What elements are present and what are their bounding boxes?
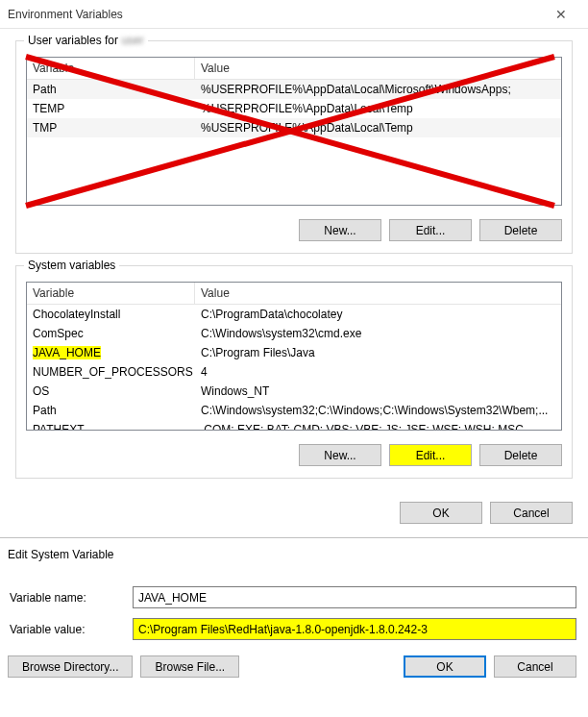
cell-variable: JAVA_HOME	[27, 343, 195, 362]
user-variables-table[interactable]: Variable Value Path%USERPROFILE%\AppData…	[26, 57, 562, 206]
sys-col-variable[interactable]: Variable	[27, 283, 195, 304]
user-legend-name: user	[121, 34, 143, 47]
table-row[interactable]: PATHEXT.COM;.EXE;.BAT;.CMD;.VBS;.VBE;.JS…	[27, 420, 561, 430]
table-row[interactable]: OSWindows_NT	[27, 382, 561, 401]
cell-value: %USERPROFILE%\AppData\Local\Temp	[195, 99, 561, 118]
system-variables-table[interactable]: Variable Value ChocolateyInstallC:\Progr…	[26, 282, 562, 431]
edit-cancel-button[interactable]: Cancel	[494, 655, 576, 678]
variable-name-label: Variable name:	[8, 591, 133, 605]
system-variables-group: System variables Variable Value Chocolat…	[15, 265, 573, 479]
cell-variable: TMP	[27, 118, 195, 137]
cell-value: %USERPROFILE%\AppData\Local\Microsoft\Wi…	[195, 80, 561, 99]
table-row[interactable]: TEMP%USERPROFILE%\AppData\Local\Temp	[27, 99, 561, 118]
close-icon[interactable]: ✕	[542, 7, 580, 22]
cell-value: %USERPROFILE%\AppData\Local\Temp	[195, 118, 561, 137]
cell-variable: Path	[27, 80, 195, 99]
table-row[interactable]: JAVA_HOMEC:\Program Files\Java	[27, 343, 561, 362]
edit-system-variable-dialog: Edit System Variable Variable name: Vari…	[0, 538, 588, 685]
table-row[interactable]: ChocolateyInstallC:\ProgramData\chocolat…	[27, 305, 561, 324]
edit-dialog-title: Edit System Variable	[8, 548, 580, 561]
cell-variable: ChocolateyInstall	[27, 305, 195, 324]
table-row[interactable]: NUMBER_OF_PROCESSORS4	[27, 362, 561, 382]
cell-variable: Path	[27, 401, 195, 420]
user-new-button[interactable]: New...	[299, 219, 381, 241]
browse-file-button[interactable]: Browse File...	[140, 655, 239, 678]
table-row[interactable]: TMP%USERPROFILE%\AppData\Local\Temp	[27, 118, 561, 137]
browse-directory-button[interactable]: Browse Directory...	[8, 655, 133, 678]
cell-value: C:\ProgramData\chocolatey	[195, 305, 561, 324]
sys-col-value[interactable]: Value	[195, 283, 561, 304]
sys-delete-button[interactable]: Delete	[479, 444, 562, 466]
window-title: Environment Variables	[8, 8, 542, 21]
variable-name-input[interactable]	[133, 586, 576, 608]
user-edit-button[interactable]: Edit...	[389, 219, 472, 241]
cell-variable: NUMBER_OF_PROCESSORS	[27, 362, 195, 382]
cell-value: .COM;.EXE;.BAT;.CMD;.VBS;.VBE;.JS;.JSE;.…	[195, 420, 561, 430]
user-variables-legend: User variables for user	[24, 34, 148, 47]
variable-value-label: Variable value:	[8, 623, 133, 636]
cell-variable: ComSpec	[27, 324, 195, 343]
edit-ok-button[interactable]: OK	[404, 655, 486, 678]
user-legend-prefix: User variables for	[28, 34, 121, 47]
main-ok-button[interactable]: OK	[400, 502, 482, 524]
cell-value: C:\Program Files\Java	[195, 343, 561, 362]
titlebar: Environment Variables ✕	[0, 0, 588, 29]
sys-new-button[interactable]: New...	[299, 444, 381, 466]
table-row[interactable]: Path%USERPROFILE%\AppData\Local\Microsof…	[27, 80, 561, 99]
cell-variable: OS	[27, 382, 195, 401]
cell-variable: TEMP	[27, 99, 195, 118]
table-row[interactable]: ComSpecC:\Windows\system32\cmd.exe	[27, 324, 561, 343]
main-cancel-button[interactable]: Cancel	[490, 502, 573, 524]
cell-value: C:\Windows\system32\cmd.exe	[195, 324, 561, 343]
cell-value: C:\Windows\system32;C:\Windows;C:\Window…	[195, 401, 561, 420]
system-variables-legend: System variables	[24, 259, 119, 272]
sys-edit-button[interactable]: Edit...	[389, 444, 472, 466]
table-row[interactable]: PathC:\Windows\system32;C:\Windows;C:\Wi…	[27, 401, 561, 420]
user-variables-group: User variables for user Variable Value P…	[15, 40, 573, 254]
user-col-value[interactable]: Value	[195, 58, 561, 79]
cell-variable: PATHEXT	[27, 420, 195, 430]
user-col-variable[interactable]: Variable	[27, 58, 195, 79]
cell-value: Windows_NT	[195, 382, 561, 401]
cell-value: 4	[195, 362, 561, 382]
user-delete-button[interactable]: Delete	[479, 219, 562, 241]
variable-value-input[interactable]	[133, 618, 576, 640]
